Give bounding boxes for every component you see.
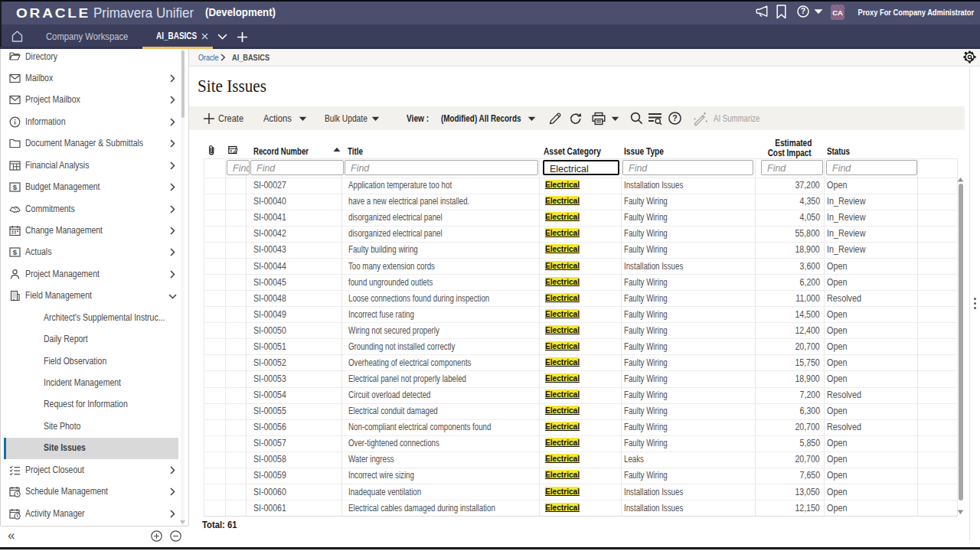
svg-text:?: ?: [801, 6, 805, 15]
svg-text:?: ?: [672, 113, 677, 122]
svg-text:$: $: [13, 183, 18, 191]
svg-text:$: $: [13, 248, 18, 256]
